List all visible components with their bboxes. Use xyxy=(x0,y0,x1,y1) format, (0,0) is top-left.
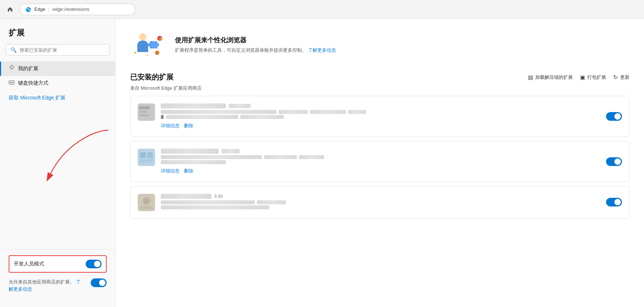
ext-3-version-text: 8.96 xyxy=(214,194,223,199)
home-button[interactable] xyxy=(4,4,16,15)
sidebar-item-keyboard-shortcuts[interactable]: 键盘快捷方式 xyxy=(0,76,115,90)
ext-2-toggle-slider xyxy=(606,157,622,166)
hero-banner: 🔒 🛒 ★ ✦ 使用扩展来个性化浏览器 扩展程序是简单的工具，可自定义浏览器体验… xyxy=(130,30,630,59)
installed-extensions-title: 已安装的扩展 xyxy=(130,72,173,82)
svg-text:★: ★ xyxy=(134,51,137,55)
svg-rect-13 xyxy=(139,106,150,109)
dev-mode-toggle-slider xyxy=(86,260,102,268)
hero-illustration: 🔒 🛒 ★ ✦ xyxy=(130,30,166,59)
ext-1-desc-blurred-1 xyxy=(161,110,276,114)
ext-2-desc-1 xyxy=(161,155,324,159)
ext-1-desc-blurred-4 xyxy=(348,110,366,114)
ext-2-sub-blurred xyxy=(161,160,226,164)
hero-learn-more-link[interactable]: 了解更多信息 xyxy=(308,47,336,53)
ext-1-toggle-slider xyxy=(606,112,622,121)
search-input[interactable] xyxy=(20,47,105,53)
sidebar-item-keyboard-shortcuts-label: 键盘快捷方式 xyxy=(18,80,48,86)
ext-1-details-link[interactable]: 详细信息 xyxy=(161,123,180,129)
dev-mode-row: 开发人员模式 xyxy=(9,255,107,273)
pack-extension-label: 打包扩展 xyxy=(587,74,606,81)
ext-1-name-blurred xyxy=(161,103,226,108)
dev-mode-toggle[interactable] xyxy=(86,260,102,268)
address-bar-divider: | xyxy=(48,7,50,12)
ext-3-desc-1 xyxy=(161,200,286,204)
sidebar-item-my-extensions-label: 我的扩展 xyxy=(18,65,38,72)
ext-2-desc-blurred-2 xyxy=(264,155,297,159)
dev-mode-label: 开发人员模式 xyxy=(14,261,44,267)
ext-1-links: 详细信息 删除 xyxy=(161,123,366,129)
address-bar-url: edge://extensions xyxy=(52,7,89,12)
ext-2-links: 详细信息 删除 xyxy=(161,168,324,174)
svg-rect-1 xyxy=(10,82,10,82)
keyboard-icon xyxy=(9,80,14,87)
section-actions: ▤ 加载解压缩的扩展 ▣ 打包扩展 ↻ 更新 xyxy=(528,73,630,82)
load-unpacked-button[interactable]: ▤ 加载解压缩的扩展 xyxy=(528,73,573,82)
ext-2-details-link[interactable]: 详细信息 xyxy=(161,168,180,174)
ext-2-name-blurred xyxy=(161,149,219,154)
ext-1-sub-blurred-2 xyxy=(240,115,284,119)
hero-description: 扩展程序是简单的工具，可自定义浏览器体验并提供更多控制。 了解更多信息 xyxy=(175,47,336,54)
extension-card-2: 详细信息 删除 xyxy=(130,141,630,182)
ext-2-desc-blurred-1 xyxy=(161,155,262,159)
get-edge-extensions-link[interactable]: 获取 Microsoft Edge 扩展 xyxy=(0,90,115,106)
ext-3-desc-2 xyxy=(161,205,286,209)
ext-2-details: 详细信息 删除 xyxy=(161,149,324,174)
allow-other-stores-toggle-slider xyxy=(91,278,107,287)
browser-chrome: Edge | edge://extensions xyxy=(0,0,644,19)
search-icon: 🔍 xyxy=(10,47,17,53)
ext-3-content: 8.96 xyxy=(161,194,622,210)
svg-rect-3 xyxy=(13,82,13,82)
main-content: 🔒 🛒 ★ ✦ 使用扩展来个性化浏览器 扩展程序是简单的工具，可自定义浏览器体验… xyxy=(116,19,644,307)
allow-other-stores-row: 允许来自其他应用商店的扩展。 了解更多信息 xyxy=(9,278,107,293)
pack-extension-icon: ▣ xyxy=(580,74,585,81)
svg-rect-22 xyxy=(140,206,153,209)
ext-2-name-row xyxy=(161,149,324,154)
ext-3-desc-blurred-1 xyxy=(161,200,255,204)
ext-1-desc-1 xyxy=(161,110,366,114)
ext-3-sub-blurred xyxy=(161,205,269,209)
installed-extensions-header: 已安装的扩展 ▤ 加载解压缩的扩展 ▣ 打包扩展 ↻ 更新 xyxy=(130,72,630,82)
ext-3-toggle[interactable] xyxy=(606,198,622,206)
ext-1-top: 详细信息 删除 xyxy=(161,103,622,129)
ext-2-version-blurred xyxy=(222,149,240,153)
pack-extension-button[interactable]: ▣ 打包扩展 xyxy=(580,73,606,82)
ext-1-toggle[interactable] xyxy=(606,112,622,121)
ext-1-version-blurred xyxy=(229,104,250,108)
extension-card-1: 详细信息 删除 xyxy=(130,96,630,137)
ext-3-details: 8.96 xyxy=(161,194,286,210)
ext-2-desc-blurred-3 xyxy=(299,155,324,159)
store-label: 来自 Microsoft Edge 扩展应用商店 xyxy=(130,85,630,91)
ext-3-toggle-slider xyxy=(606,198,622,206)
update-label: 更新 xyxy=(620,74,630,81)
ext-1-content: 详细信息 删除 xyxy=(161,103,622,129)
update-icon: ↻ xyxy=(613,74,618,81)
extension-card-3: 8.96 xyxy=(130,186,630,219)
load-unpacked-icon: ▤ xyxy=(528,74,533,81)
ext-2-delete-link[interactable]: 删除 xyxy=(184,168,193,174)
svg-rect-2 xyxy=(11,82,12,82)
ext-1-delete-link[interactable]: 删除 xyxy=(184,123,193,129)
ext-3-name-blurred xyxy=(161,194,211,199)
svg-text:✦: ✦ xyxy=(146,54,149,57)
ext-2-top: 详细信息 删除 xyxy=(161,149,622,174)
address-bar[interactable]: Edge | edge://extensions xyxy=(20,4,135,15)
page-layout: 扩展 🔍 我的扩展 键盘快捷方式 xyxy=(0,19,644,307)
ext-2-toggle[interactable] xyxy=(606,157,622,166)
svg-rect-17 xyxy=(140,152,146,158)
ext-1-details: 详细信息 删除 xyxy=(161,103,366,129)
ext-2-desc-2 xyxy=(161,160,324,164)
allow-other-stores-toggle[interactable] xyxy=(91,278,107,287)
sidebar-item-my-extensions[interactable]: 我的扩展 xyxy=(0,61,115,76)
allow-other-stores-text: 允许来自其他应用商店的扩展。 了解更多信息 xyxy=(9,278,81,293)
svg-rect-15 xyxy=(139,114,149,116)
svg-point-21 xyxy=(143,197,150,205)
svg-rect-14 xyxy=(139,111,147,113)
hero-text: 使用扩展来个性化浏览器 扩展程序是简单的工具，可自定义浏览器体验并提供更多控制。… xyxy=(175,36,336,54)
sidebar-title: 扩展 xyxy=(0,27,115,44)
search-box[interactable]: 🔍 xyxy=(6,44,110,56)
svg-rect-4 xyxy=(10,83,13,84)
svg-rect-19 xyxy=(140,159,153,162)
ext-1-desc-blurred-2 xyxy=(279,110,308,114)
update-button[interactable]: ↻ 更新 xyxy=(613,73,630,82)
svg-rect-18 xyxy=(147,152,153,158)
